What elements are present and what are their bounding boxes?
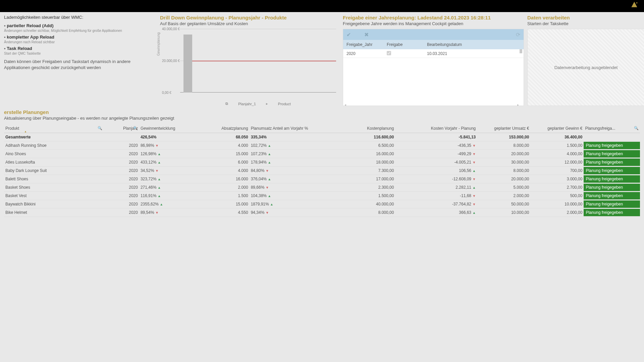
drilldown-panel: Drill Down Gewinnplanung - Planungsjahr … [160,15,339,106]
freigabe-checkbox[interactable] [387,51,391,55]
table-row[interactable]: Balett Shoes2020323,72% ▲16.000376,04% ▲… [4,175,640,183]
vertical-scrollbar[interactable] [520,49,522,53]
cell-produkt: Basket Vest [4,192,104,200]
drilldown-title: Drill Down Gewinnplanung - Planungsjahr … [160,15,339,20]
cell-anteil: 89,66% ▼ [250,183,331,192]
cell-kosten: 2.300,00 [331,183,395,192]
cell-gewinnplan: 700,00 [530,167,584,175]
th-gewinn[interactable]: Gewinnentwicklung [139,124,203,133]
freigabe-badge: Planung freigegeben [584,209,640,216]
cell-umsatz: 8.000,00 [477,141,530,150]
cell-umsatz: 20.000,00 [477,175,530,183]
cell-absatz: 6.000 [203,158,250,167]
cell-produkt: Balett Shoes [4,175,104,183]
cell-gewinn: 323,72% ▲ [139,175,203,183]
chart-area[interactable]: Gewinnplanung 40.000,00 € 20.000,00 € 0,… [160,29,339,106]
cell-planjahr: 2020 [104,175,139,183]
col-bearbeitungsdatum[interactable]: Bearbeitungsdatum [427,42,494,47]
cell-planjahr: 2020 [104,150,139,158]
table-row[interactable]: Atles Lussekofta2020433,12% ▲6.000178,94… [4,158,640,167]
cell-freigabe: Planung freigegeben [584,141,640,150]
freigabe-year: 2020 [346,51,387,56]
table-row[interactable]: Baywatch Bikkini20202355,62% ▲15.0001879… [4,200,640,208]
cancel-icon[interactable]: ✖ [364,32,369,38]
th-kvorjahr[interactable]: Kosten Vorjahr - Planung [395,124,477,133]
cell-kvorjahr: -4.005,21 ▼ [395,158,477,167]
confirm-icon[interactable]: ✔ [346,32,351,38]
drilldown-sub: Auf Basis der geplanten Umsätze und Kost… [160,21,339,26]
cell-absatz: 15.000 [203,200,250,208]
chart-plot: 40.000,00 € 20.000,00 € 0,00 € [180,29,336,93]
th-kosten[interactable]: Kostenplanung [331,124,395,133]
cell-planjahr: 2020 [104,192,139,200]
th-umsatz[interactable]: geplanter Umsatz € [477,124,530,133]
cell-kosten: 8.000,00 [331,208,395,217]
freigabe-badge: Planung freigegeben [584,192,640,199]
cell-gewinn: 2355,62% ▲ [139,200,203,208]
freigabe-badge: Planung freigegeben [584,167,640,174]
horizontal-scrollbar[interactable]: ◂▸ [344,103,519,105]
bc-level-1[interactable]: Planjahr_1 [238,102,256,106]
cell-umsatz: 5.000,00 [477,183,530,192]
cell-absatz: 2.000 [203,183,250,192]
info-bullet-3: Task Reload [4,46,157,51]
info-bullet-1: partieller Reload (Add) [4,23,157,28]
freigabe-badge: Planung freigegeben [584,175,640,183]
cell-planjahr: 2020 [104,167,139,175]
sort-asc-icon: ▲ [24,130,27,133]
freigabe-badge: Planung freigegeben [584,142,640,149]
cell-produkt: Atles Lussekofta [4,158,104,167]
cell-anteil: 107,23% ▲ [250,150,331,158]
th-planjahr[interactable]: Planjahr🔍 [104,124,139,133]
cell-freigabe: Planung freigegeben [584,208,640,217]
search-icon[interactable]: 🔍 [98,126,102,130]
totals-kosten: 116.600,00 [331,133,395,141]
search-icon[interactable]: 🔍 [634,126,639,130]
totals-kvorjahr: -5.841,13 [395,133,477,141]
cell-kosten: 40.000,00 [331,200,395,208]
table-row[interactable]: Basket Shoes2020271,46% ▲2.00089,66% ▼2.… [4,183,640,192]
col-freigabe[interactable]: Freigabe [387,42,427,47]
chart-breadcrumb[interactable]: ⧉ Planjahr_1 ▸ Product [180,102,336,106]
bc-level-2[interactable]: Product [278,102,291,106]
th-anteil[interactable]: Planumsatz Anteil am Vorjahr % [250,124,331,133]
cell-freigabe: Planung freigegeben [584,200,640,208]
cell-freigabe: Planung freigegeben [584,167,640,175]
cell-kvorjahr: -12.608,09 ▼ [395,175,477,183]
daten-msg: Datenverarbeitung ausgeblendet [554,65,618,70]
table-row[interactable]: Aino Shoes2020126,98% ▲15.000107,23% ▲16… [4,150,640,158]
totals-absatz: 68.050 [203,133,250,141]
erstelle-panel: erstelle Planungen Aktualisierung über P… [0,106,644,217]
table-row[interactable]: Basket Vest2020116,91% ▲1.500104,38% ▲1.… [4,192,640,200]
chart-bar[interactable] [183,35,192,93]
daten-placeholder: Datenverarbeitung ausgeblendet [527,29,644,106]
cell-absatz: 16.000 [203,175,250,183]
cell-freigabe: Planung freigegeben [584,192,640,200]
cell-planjahr: 2020 [104,208,139,217]
table-row[interactable]: Baby Dark Lounge Suit202034,52% ▼4.00084… [4,167,640,175]
info-note-1: Änderungen schneller sichtbar, Möglichke… [4,29,157,33]
cell-planjahr: 2020 [104,158,139,167]
refresh-icon[interactable]: ⟳ [516,32,520,38]
cell-umsatz: 2.000,00 [477,192,530,200]
freigabe-data-row[interactable]: 2020 10.03.2021 [343,49,524,58]
freigabe-sub: Freigegebene Jahre werden ins Management… [343,21,524,26]
th-gewinnplan[interactable]: geplanter Gewinn € [530,124,584,133]
table-row[interactable]: Adihash Running Shoe202086,98% ▼4.000102… [4,141,640,150]
th-produkt[interactable]: Produkt▲🔍 [4,124,104,133]
cell-kvorjahr: -37.764,82 ▼ [395,200,477,208]
chevron-right-icon: ▸ [266,102,268,106]
cell-produkt: Baywatch Bikkini [4,200,104,208]
cell-freigabe: Planung freigegeben [584,150,640,158]
search-icon[interactable]: 🔍 [133,126,138,130]
table-row[interactable]: Bike Helmet202089,54% ▼4.55094,34% ▼8.00… [4,208,640,217]
info-note-3: Start der QMC Taskkette [4,52,157,55]
cell-umsatz: 20.000,00 [477,150,530,158]
cell-gewinnplan: 3.000,00 [530,175,584,183]
th-freigabe[interactable]: Planungsfreiga...🔍 [584,124,640,133]
freigabe-badge: Planung freigegeben [584,150,640,158]
th-absatz[interactable]: Absatzplanung [203,124,250,133]
svg-point-0 [636,2,637,3]
cell-gewinnplan: 2.700,00 [530,183,584,192]
col-freigabe-jahr[interactable]: Freigabe_Jahr [346,42,387,47]
